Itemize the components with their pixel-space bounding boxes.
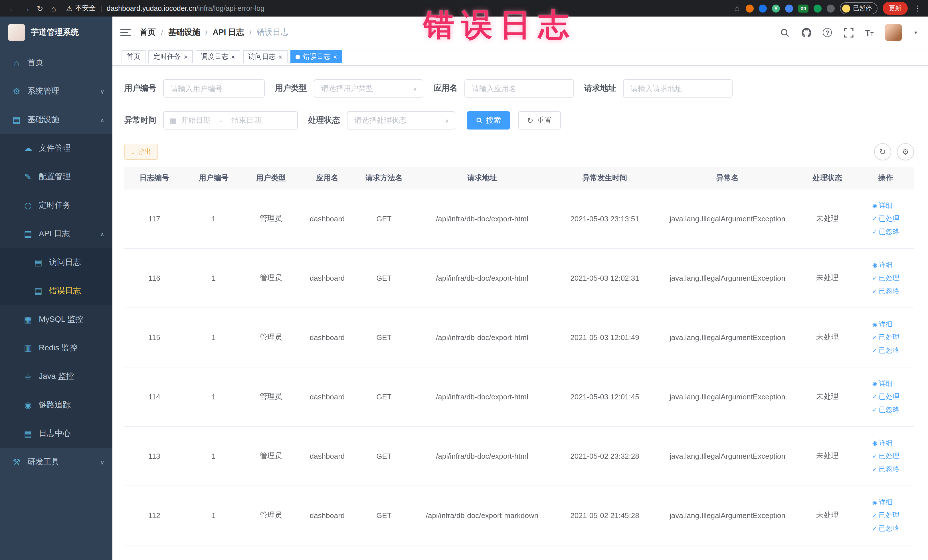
tab-error-log[interactable]: 错误日志 × — [290, 50, 342, 63]
detail-link[interactable]: ◉详细 — [872, 436, 899, 449]
search-button[interactable]: 搜索 — [467, 111, 510, 130]
processed-link[interactable]: ✓已处理 — [872, 212, 899, 225]
filter-row-2: 异常时间 ▦ 开始日期 - 结束日期 处理状态 请选择处理状态 ∨ — [124, 111, 914, 130]
extension-icon-vue[interactable]: V — [772, 4, 780, 12]
detail-link[interactable]: ◉详细 — [872, 317, 899, 331]
extension-icon-on[interactable]: on — [798, 4, 809, 12]
reset-button[interactable]: ↻ 重置 — [518, 111, 561, 130]
ignored-link[interactable]: ✓已忽略 — [872, 284, 899, 298]
ignored-link[interactable]: ✓已忽略 — [872, 344, 899, 357]
font-size-icon[interactable]: TT — [865, 27, 873, 37]
close-icon[interactable]: × — [231, 53, 235, 60]
tab-home[interactable]: 首页 — [122, 50, 145, 63]
processed-link[interactable]: ✓已处理 — [872, 271, 899, 284]
fullscreen-icon[interactable] — [844, 27, 854, 38]
logo-image — [8, 24, 25, 41]
column-settings-button[interactable]: ⚙ — [897, 143, 914, 160]
ignored-link[interactable]: ✓已忽略 — [872, 225, 899, 238]
refresh-table-button[interactable]: ↻ — [874, 143, 891, 160]
ignored-link[interactable]: ✓已忽略 — [872, 522, 899, 535]
detail-link[interactable]: ◉详细 — [872, 258, 899, 271]
search-icon[interactable] — [780, 27, 790, 38]
processed-link[interactable]: ✓已处理 — [872, 449, 899, 462]
document-icon: ▤ — [33, 286, 43, 296]
tab-scheduled-jobs[interactable]: 定时任务 × — [148, 50, 193, 63]
sidebar-item-trace[interactable]: ◉ 链路追踪 — [0, 391, 112, 420]
sidebar-item-scheduled-jobs[interactable]: ◷ 定时任务 — [0, 191, 112, 220]
user-id-input[interactable] — [163, 79, 265, 98]
sidebar-item-system-management[interactable]: ⚙ 系统管理 ∨ — [0, 77, 112, 105]
sidebar-item-error-log[interactable]: ▤ 错误日志 — [0, 277, 112, 305]
sidebar-item-dev-tools[interactable]: ⚒ 研发工具 ∨ — [0, 448, 112, 476]
sidebar-item-label: 错误日志 — [49, 286, 81, 296]
forward-icon[interactable]: → — [20, 4, 33, 13]
sidebar-item-redis-monitor[interactable]: ▥ Redis 监控 — [0, 334, 112, 362]
document-icon: ▤ — [23, 229, 33, 239]
cell-status: 未处理 — [797, 308, 858, 367]
tab-access-log[interactable]: 访问日志 × — [243, 50, 288, 63]
sidebar-toggle[interactable] — [121, 29, 131, 36]
ignored-link[interactable]: ✓已忽略 — [872, 462, 899, 476]
close-icon[interactable]: × — [278, 53, 282, 60]
sidebar-item-log-center[interactable]: ▤ 日志中心 — [0, 420, 112, 448]
sidebar-item-java-monitor[interactable]: ☕ Java 监控 — [0, 362, 112, 391]
sidebar-item-infrastructure[interactable]: ▤ 基础设施 ∧ — [0, 105, 112, 134]
detail-link[interactable]: ◉详细 — [872, 199, 899, 212]
date-range-picker[interactable]: ▦ 开始日期 - 结束日期 — [163, 111, 298, 130]
sidebar-item-api-logs[interactable]: ▤ API 日志 ∧ — [0, 220, 112, 248]
user-avatar[interactable] — [885, 24, 902, 41]
app-logo[interactable]: 芋道管理系统 — [0, 17, 112, 49]
sidebar-item-label: Redis 监控 — [39, 343, 77, 353]
help-icon[interactable]: ? — [823, 28, 832, 37]
close-icon[interactable]: × — [184, 53, 188, 60]
export-button[interactable]: ↓ 导出 — [124, 144, 158, 160]
profile-paused-chip[interactable]: 已暂停 — [840, 2, 878, 14]
github-icon[interactable] — [801, 27, 812, 38]
tab-schedule-log[interactable]: 调度日志 × — [196, 50, 240, 63]
extension-icon[interactable] — [785, 4, 793, 12]
sidebar-item-label: 配置管理 — [39, 172, 71, 182]
sidebar-item-file-management[interactable]: ☁ 文件管理 — [0, 134, 112, 163]
ignored-link[interactable]: ✓已忽略 — [872, 403, 899, 416]
avatar-caret-icon[interactable]: ▼ — [913, 30, 918, 35]
cell-user-id: 1 — [184, 485, 243, 545]
browser-update-button[interactable]: 更新 — [883, 2, 908, 15]
detail-link[interactable]: ◉详细 — [872, 496, 899, 509]
col-app-name: 应用名 — [299, 167, 356, 189]
tools-icon: ⚒ — [11, 457, 22, 467]
processed-link[interactable]: ✓已处理 — [872, 509, 899, 522]
extension-icon[interactable] — [814, 4, 821, 12]
cell-log-id: 115 — [124, 308, 184, 367]
extension-icon-pin[interactable] — [827, 4, 835, 12]
browser-menu-icon[interactable]: ⋮ — [913, 4, 923, 12]
breadcrumb-item[interactable]: API 日志 — [213, 27, 244, 38]
col-status: 处理状态 — [797, 167, 858, 189]
back-icon[interactable]: ← — [6, 4, 20, 13]
user-type-select[interactable]: 请选择用户类型 ∨ — [314, 79, 423, 98]
process-status-select[interactable]: 请选择处理状态 ∨ — [347, 111, 455, 130]
reload-icon[interactable]: ↻ — [33, 4, 47, 13]
sidebar-item-config-management[interactable]: ✎ 配置管理 — [0, 163, 112, 191]
tabs-bar: 首页 定时任务 × 调度日志 × 访问日志 × 错误日志 × — [112, 49, 928, 66]
close-icon[interactable]: × — [333, 53, 337, 60]
bookmark-star-icon[interactable]: ☆ — [733, 4, 740, 13]
address-bar[interactable]: ⚠ 不安全 | dashboard.yudao.iocoder.cn/infra… — [66, 3, 733, 13]
detail-link[interactable]: ◉详细 — [872, 377, 899, 390]
breadcrumb-item[interactable]: 首页 — [140, 27, 156, 38]
processed-link[interactable]: ✓已处理 — [872, 331, 899, 344]
app-name-input[interactable] — [464, 79, 574, 98]
processed-link[interactable]: ✓已处理 — [872, 390, 899, 403]
tab-label: 错误日志 — [303, 52, 330, 62]
cell-exception: java.lang.IllegalArgumentException — [658, 367, 797, 426]
breadcrumb-item[interactable]: 基础设施 — [168, 27, 200, 38]
extension-icon[interactable] — [746, 4, 754, 12]
col-method: 请求方法名 — [356, 167, 412, 189]
request-url-input[interactable] — [623, 79, 733, 98]
document-icon: ▤ — [23, 429, 33, 439]
sidebar-item-home[interactable]: ⌂ 首页 — [0, 49, 112, 77]
extension-icon[interactable] — [759, 4, 767, 12]
browser-home-icon[interactable]: ⌂ — [47, 4, 61, 13]
sidebar-item-access-log[interactable]: ▤ 访问日志 — [0, 248, 112, 277]
cell-method: GET — [356, 308, 412, 367]
sidebar-item-mysql-monitor[interactable]: ▦ MySQL 监控 — [0, 305, 112, 334]
